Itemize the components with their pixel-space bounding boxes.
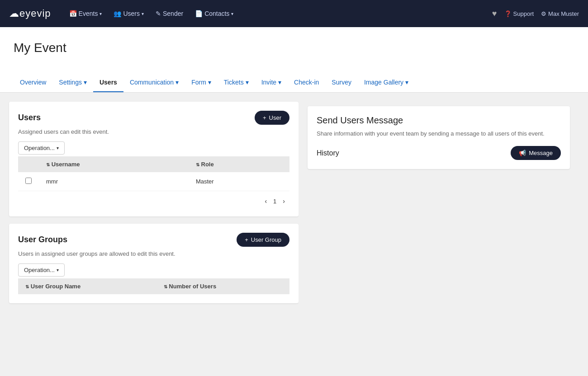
tickets-chevron-icon: ▾ <box>246 79 249 86</box>
tab-survey[interactable]: Survey <box>325 73 358 92</box>
users-card-header: Users + User <box>18 111 289 125</box>
right-panel: Send Users Message Share information wit… <box>299 102 579 355</box>
tab-checkin[interactable]: Check-in <box>288 73 325 92</box>
users-card-title: Users <box>18 113 41 122</box>
users-chevron-icon: ▾ <box>142 11 144 16</box>
heart-icon[interactable]: ♥ <box>492 9 497 19</box>
role-sort-icon: ⇅ <box>196 162 199 167</box>
num-users-sort-icon: ⇅ <box>164 284 167 289</box>
gear-icon: ⚙ <box>541 10 546 17</box>
row-checkbox[interactable] <box>25 178 32 184</box>
prev-page-button[interactable]: ‹ <box>262 197 270 206</box>
plus-group-icon: + <box>245 236 248 243</box>
question-icon: ❓ <box>504 10 512 17</box>
users-card-subtitle: Assigned users can edit this event. <box>18 128 289 135</box>
user-menu[interactable]: ⚙ Max Muster <box>541 10 579 17</box>
tab-users[interactable]: Users <box>93 73 123 92</box>
user-groups-card-subtitle: Users in assigned user groups are allowe… <box>18 250 289 257</box>
role-cell: Master <box>189 172 289 191</box>
username-cell: mmr <box>39 172 189 191</box>
tab-communication[interactable]: Communication ▾ <box>123 73 185 92</box>
add-user-group-button[interactable]: + User Group <box>237 233 289 247</box>
tab-tickets[interactable]: Tickets ▾ <box>218 73 255 92</box>
nav-events[interactable]: 📅 Events ▾ <box>65 6 107 21</box>
user-groups-card: User Groups + User Group Users in assign… <box>9 224 299 303</box>
nav-items: 📅 Events ▾ 👥 Users ▾ ✎ Sender 📄 Contacts… <box>65 6 238 21</box>
page-number: 1 <box>273 198 276 205</box>
history-label: History <box>317 149 339 157</box>
groups-operation-chevron-icon: ▾ <box>57 268 59 273</box>
user-groups-operation-dropdown[interactable]: Operation... ▾ <box>18 263 65 277</box>
calendar-icon: 📅 <box>69 10 77 17</box>
contacts-icon: 📄 <box>195 10 203 17</box>
user-groups-table: ⇅ User Group Name ⇅ Number of Users <box>18 278 289 294</box>
users-table-header-row: ⇅ Username ⇅ Role <box>18 156 289 172</box>
tab-invite[interactable]: Invite ▾ <box>255 73 288 92</box>
user-group-name-header[interactable]: ⇅ User Group Name <box>18 278 156 294</box>
nav-left: ☁eyevip 📅 Events ▾ 👥 Users ▾ ✎ Sender 📄 … <box>9 6 238 21</box>
user-groups-card-title: User Groups <box>18 235 67 244</box>
users-operation-dropdown[interactable]: Operation... ▾ <box>18 141 65 155</box>
users-table: ⇅ Username ⇅ Role mmr <box>18 156 289 191</box>
main-layout: Users + User Assigned users can edit thi… <box>0 93 588 364</box>
users-table-checkbox-header <box>18 156 39 172</box>
next-page-button[interactable]: › <box>280 197 288 206</box>
users-card: Users + User Assigned users can edit thi… <box>9 102 299 216</box>
users-icon: 👥 <box>114 10 121 17</box>
send-message-card: Send Users Message Share information wit… <box>308 106 570 169</box>
tab-overview[interactable]: Overview <box>14 73 52 92</box>
send-message-title: Send Users Message <box>317 115 561 126</box>
users-table-username-header[interactable]: ⇅ Username <box>39 156 189 172</box>
tab-form[interactable]: Form ▾ <box>185 73 218 92</box>
user-groups-table-header-row: ⇅ User Group Name ⇅ Number of Users <box>18 278 289 294</box>
tab-settings[interactable]: Settings ▾ <box>52 73 93 92</box>
nav-right: ♥ ❓ Support ⚙ Max Muster <box>492 9 579 19</box>
nav-users[interactable]: 👥 Users ▾ <box>109 6 148 21</box>
pagination: ‹ 1 › <box>18 191 289 207</box>
username-sort-icon: ⇅ <box>46 162 50 167</box>
user-groups-card-header: User Groups + User Group <box>18 233 289 247</box>
support-link[interactable]: ❓ Support <box>504 10 534 17</box>
nav-sender[interactable]: ✎ Sender <box>151 6 188 21</box>
history-row: History 📢 Message <box>317 146 561 160</box>
plus-icon: + <box>263 114 266 121</box>
invite-chevron-icon: ▾ <box>278 79 281 86</box>
row-checkbox-cell[interactable] <box>18 172 39 191</box>
logo[interactable]: ☁eyevip <box>9 8 51 19</box>
users-table-role-header[interactable]: ⇅ Role <box>189 156 289 172</box>
settings-chevron-icon: ▾ <box>84 79 87 86</box>
group-name-sort-icon: ⇅ <box>25 284 29 289</box>
gallery-chevron-icon: ▾ <box>405 79 408 86</box>
table-row: mmr Master <box>18 172 289 191</box>
top-navbar: ☁eyevip 📅 Events ▾ 👥 Users ▾ ✎ Sender 📄 … <box>0 0 588 27</box>
form-chevron-icon: ▾ <box>208 79 211 86</box>
tab-image-gallery[interactable]: Image Gallery ▾ <box>358 73 415 92</box>
contacts-chevron-icon: ▾ <box>231 11 233 16</box>
operation-chevron-icon: ▾ <box>57 146 59 150</box>
send-message-button[interactable]: 📢 Message <box>511 146 561 160</box>
add-user-button[interactable]: + User <box>255 111 289 125</box>
tabs-bar: Overview Settings ▾ Users Communication … <box>0 73 588 93</box>
events-chevron-icon: ▾ <box>100 11 102 16</box>
nav-contacts[interactable]: 📄 Contacts ▾ <box>190 6 238 21</box>
number-of-users-header[interactable]: ⇅ Number of Users <box>156 278 289 294</box>
communication-chevron-icon: ▾ <box>175 79 179 86</box>
megaphone-icon: 📢 <box>519 150 526 156</box>
left-panel: Users + User Assigned users can edit thi… <box>9 102 299 355</box>
page-header: My Event <box>0 27 588 73</box>
sender-icon: ✎ <box>156 10 161 17</box>
page-title: My Event <box>14 41 574 55</box>
send-message-desc: Share information with your event team b… <box>317 130 561 137</box>
